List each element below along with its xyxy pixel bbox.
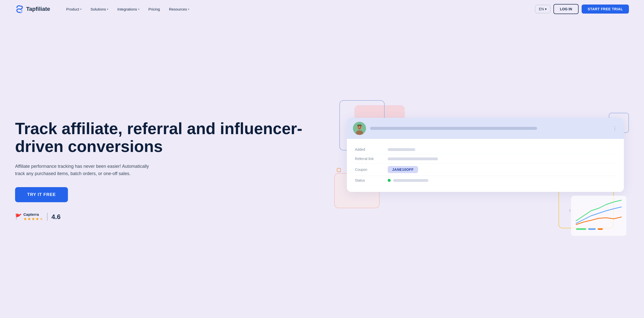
capterra-name: Capterra	[23, 212, 43, 217]
trend-up-icon: ↑	[569, 208, 571, 213]
chevron-down-icon: ▾	[107, 8, 108, 11]
status-bar	[393, 179, 428, 182]
chevron-down-icon: ▾	[138, 8, 139, 11]
legend-green	[576, 228, 586, 230]
field-value-added	[388, 148, 415, 151]
hero-subtext: Affiliate performance tracking has never…	[15, 163, 156, 177]
card-body: Added Referral link Coupon JANE10OFF Sta…	[347, 139, 624, 192]
field-label-status: Status	[355, 178, 383, 182]
capterra-row: 🚩 Capterra ★ ★ ★ ★ ★ 4.6	[15, 212, 324, 221]
card-header-lines	[370, 127, 609, 130]
svg-point-4	[360, 126, 361, 127]
chart-legend	[574, 227, 624, 231]
hero-right-mockup: ⋮ Added Referral link Coupon JANE10OFF	[334, 98, 629, 243]
chart-widget	[571, 196, 626, 236]
decorative-shape-orange-dot	[337, 168, 341, 172]
divider	[47, 213, 48, 221]
login-button[interactable]: LOG IN	[553, 4, 579, 14]
chevron-down-icon: ▾	[80, 8, 82, 11]
nav-product[interactable]: Product ▾	[62, 5, 86, 13]
more-options-icon: ⋮	[613, 126, 618, 131]
legend-blue	[588, 228, 596, 230]
card-header: ⋮	[347, 118, 624, 139]
coupon-badge: JANE10OFF	[388, 166, 418, 173]
start-trial-button[interactable]: START FREE TRIAL	[582, 5, 629, 14]
nav-resources[interactable]: Resources ▾	[165, 5, 193, 13]
field-label-added: Added	[355, 147, 383, 151]
avatar	[353, 122, 366, 135]
avatar-image	[353, 122, 366, 135]
chevron-down-icon: ▾	[545, 7, 547, 11]
hero-section: Track affiliate, referral and influencer…	[0, 18, 644, 318]
affiliate-card: ⋮ Added Referral link Coupon JANE10OFF	[347, 118, 624, 192]
line-chart	[574, 198, 624, 226]
field-label-coupon: Coupon	[355, 168, 383, 172]
star-icon-4: ★	[35, 217, 39, 221]
language-selector[interactable]: EN ▾	[535, 5, 550, 13]
legend-orange	[598, 228, 603, 230]
card-row-referral: Referral link	[355, 154, 616, 164]
capterra-score: 4.6	[52, 213, 61, 221]
nav-links: Product ▾ Solutions ▾ Integrations ▾ Pri…	[62, 5, 535, 13]
header-line	[370, 127, 537, 130]
card-row-coupon: Coupon JANE10OFF	[355, 164, 616, 176]
field-label-referral: Referral link	[355, 157, 383, 161]
logo-link[interactable]: Tapfiliate	[15, 5, 50, 14]
star-icon-3: ★	[31, 217, 35, 221]
star-icon-2: ★	[27, 217, 31, 221]
nav-integrations[interactable]: Integrations ▾	[113, 5, 143, 13]
capterra-flag-icon: 🚩	[15, 214, 22, 220]
svg-point-3	[358, 126, 359, 127]
hero-heading: Track affiliate, referral and influencer…	[15, 120, 324, 156]
card-row-added: Added	[355, 145, 616, 154]
status-value	[388, 179, 428, 182]
status-indicator	[388, 179, 391, 182]
hero-left-content: Track affiliate, referral and influencer…	[15, 120, 334, 222]
nav-solutions[interactable]: Solutions ▾	[87, 5, 112, 13]
nav-right-actions: EN ▾ LOG IN START FREE TRIAL	[535, 4, 629, 14]
field-value-referral	[388, 157, 438, 160]
chevron-down-icon: ▾	[188, 8, 189, 11]
nav-pricing[interactable]: Pricing	[144, 5, 164, 13]
navbar: Tapfiliate Product ▾ Solutions ▾ Integra…	[0, 0, 644, 18]
card-row-status: Status	[355, 176, 616, 185]
capterra-logo: 🚩 Capterra ★ ★ ★ ★ ★	[15, 212, 43, 221]
brand-name: Tapfiliate	[26, 6, 50, 12]
try-free-button[interactable]: TRY IT FREE	[15, 187, 68, 202]
star-icon-1: ★	[23, 217, 27, 221]
chart-background	[571, 196, 626, 236]
star-half-icon: ★	[39, 217, 43, 221]
logo-icon	[15, 5, 24, 14]
capterra-stars: ★ ★ ★ ★ ★	[23, 217, 43, 221]
